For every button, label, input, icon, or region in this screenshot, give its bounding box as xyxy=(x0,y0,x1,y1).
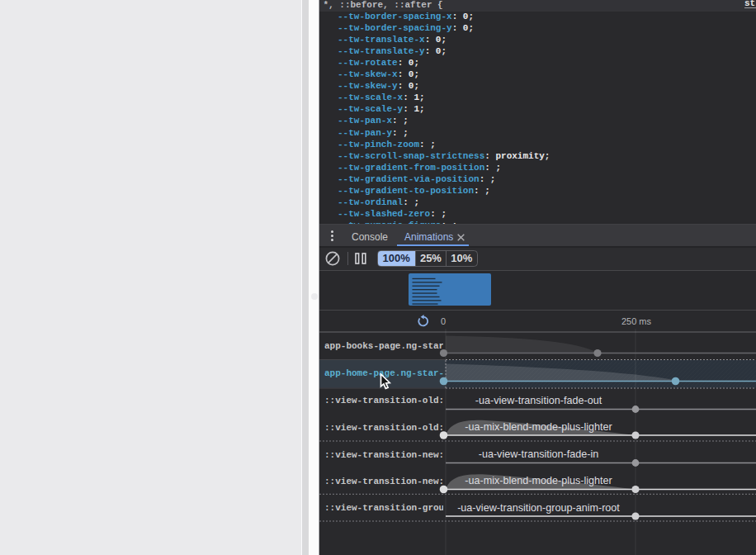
svg-text:-ua-view-transition-fade-in: -ua-view-transition-fade-in xyxy=(479,448,599,460)
svg-text:-ua-mix-blend-mode-plus-lighte: -ua-mix-blend-mode-plus-lighter xyxy=(465,475,612,486)
svg-text:-ua-view-transition-group-anim: -ua-view-transition-group-anim-root xyxy=(457,502,620,514)
svg-text:-ua-view-transition-fade-out: -ua-view-transition-fade-out xyxy=(475,395,602,406)
svg-text:-ua-mix-blend-mode-plus-lighte: -ua-mix-blend-mode-plus-lighter xyxy=(465,421,612,433)
